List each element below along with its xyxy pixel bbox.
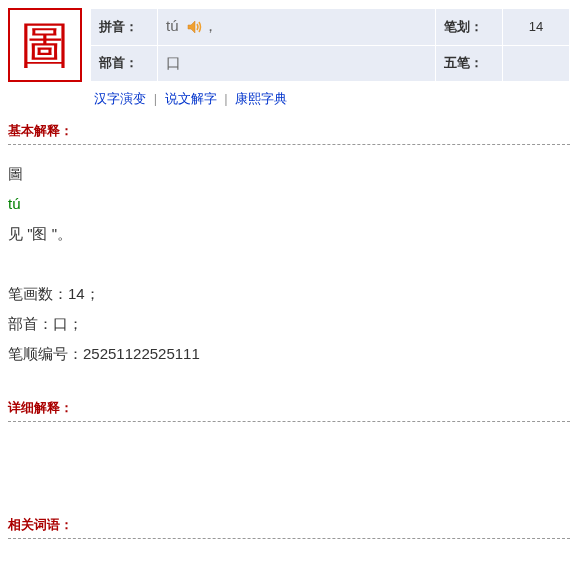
link-kangxi[interactable]: 康熙字典 (235, 91, 287, 106)
basic-explanation: 圖 tú 见 "图 "。 笔画数：14； 部首：口； 笔顺编号：25251122… (8, 159, 570, 369)
divider (8, 144, 570, 145)
reference-links: 汉字演变 | 说文解字 | 康熙字典 (94, 90, 570, 108)
content-radical: 部首：口； (8, 309, 570, 339)
content-stroke-count: 笔画数：14； (8, 279, 570, 309)
pinyin-label: 拼音： (91, 9, 158, 46)
radical-label: 部首： (91, 45, 158, 82)
info-table: 拼音： tú ， 笔划： 14 部首： 口 五笔： (90, 8, 570, 82)
separator: | (224, 91, 227, 106)
strokes-value: 14 (503, 9, 570, 46)
pinyin-value: tú ， (158, 9, 436, 46)
audio-icon[interactable] (187, 20, 203, 34)
link-shuowen[interactable]: 说文解字 (165, 91, 217, 106)
content-pinyin: tú (8, 189, 570, 219)
section-basic-title: 基本解释： (8, 122, 570, 140)
divider (8, 421, 570, 422)
content-char: 圖 (8, 159, 570, 189)
section-related-title: 相关词语： (8, 516, 570, 534)
wubi-value (503, 45, 570, 82)
strokes-label: 笔划： (436, 9, 503, 46)
content-meaning: 见 "图 "。 (8, 219, 570, 249)
section-detail-title: 详细解释： (8, 399, 570, 417)
wubi-label: 五笔： (436, 45, 503, 82)
separator: | (154, 91, 157, 106)
detail-content-empty (8, 436, 570, 506)
radical-value: 口 (158, 45, 436, 82)
link-evolution[interactable]: 汉字演变 (94, 91, 146, 106)
character-display: 圖 (8, 8, 82, 82)
divider (8, 538, 570, 539)
content-stroke-order: 笔顺编号：25251122525111 (8, 339, 570, 369)
